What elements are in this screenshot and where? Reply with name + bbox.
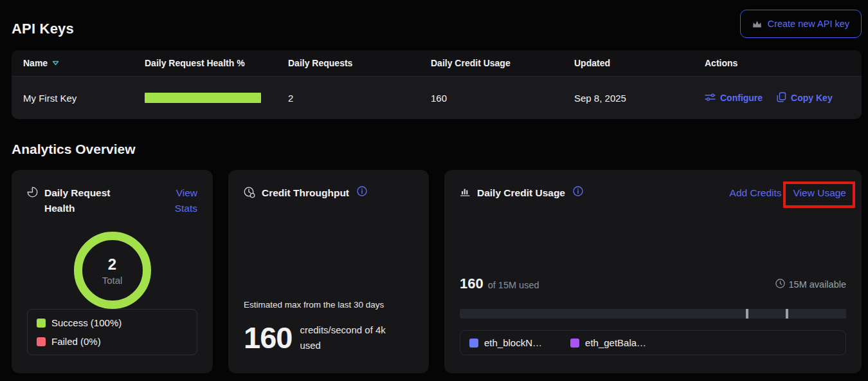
analytics-section-title: Analytics Overview <box>12 142 136 157</box>
table-header-row: Name Daily Request Health % Daily Reques… <box>12 50 862 76</box>
gauge-icon <box>244 187 255 201</box>
donut-total-value: 2 <box>108 256 116 274</box>
eth-getbalance-label: eth_getBala… <box>585 337 646 348</box>
column-name-label: Name <box>23 58 48 68</box>
column-header-updated: Updated <box>574 58 705 68</box>
crown-icon <box>752 20 762 28</box>
credits-used-value: 160 <box>460 275 484 292</box>
donut-total-label: Total <box>102 275 123 286</box>
card-head: Credit Throughput <box>244 185 413 201</box>
table-row: My First Key 2 160 Sep 8, 2025 Configure <box>12 76 862 119</box>
column-header-credit-usage: Daily Credit Usage <box>431 58 574 68</box>
clock-icon <box>775 279 785 290</box>
sort-descending-icon[interactable] <box>52 60 59 66</box>
bar-chart-icon <box>460 187 471 200</box>
card-title: Daily Credit Usage <box>477 185 565 201</box>
credits-available: 15M available <box>775 279 846 290</box>
legend-item-eth-blocknumber: eth_blockN… <box>469 337 542 348</box>
page-title: API Keys <box>12 21 74 37</box>
legend-item-failed: Failed (0%) <box>37 336 188 347</box>
eth-blocknumber-label: eth_blockN… <box>484 337 542 348</box>
daily-requests-cell: 2 <box>288 93 431 104</box>
view-stats-link[interactable]: View Stats <box>156 185 197 216</box>
credit-usage-progress-bar <box>460 309 846 319</box>
daily-request-health-card: Daily Request Health View Stats 2 Total … <box>12 170 213 373</box>
success-swatch <box>37 319 46 328</box>
copy-key-label: Copy Key <box>791 93 833 103</box>
available-label: 15M available <box>789 279 846 290</box>
info-icon[interactable] <box>357 186 367 199</box>
failed-label: Failed (0%) <box>51 336 101 347</box>
card-head: Daily Credit Usage Add Credits View Usag… <box>460 185 846 201</box>
updated-cell: Sep 8, 2025 <box>574 93 705 104</box>
donut-ring: 2 Total <box>74 232 151 309</box>
card-title: Daily Request Health <box>44 185 122 216</box>
column-header-health: Daily Request Health % <box>145 58 288 68</box>
analytics-cards: Daily Request Health View Stats 2 Total … <box>12 170 862 373</box>
progress-tick <box>786 309 788 319</box>
progress-tick <box>746 309 748 319</box>
usage-block: 160 of 15M used 15M available <box>460 275 846 355</box>
card-head: Daily Request Health View Stats <box>27 185 197 216</box>
sliders-icon <box>705 93 716 104</box>
column-header-name[interactable]: Name <box>23 58 145 68</box>
card-title: Credit Throughput <box>262 185 349 201</box>
throughput-body: Estimated max from the last 30 days 160 … <box>244 300 413 355</box>
add-credits-link[interactable]: Add Credits <box>730 185 782 201</box>
usage-legend: eth_blockN… eth_getBala… <box>460 330 846 355</box>
dashboard-page: API Keys Create new API key Name Daily R… <box>0 0 868 381</box>
actions-cell: Configure Copy Key <box>705 92 850 104</box>
throughput-subtitle: Estimated max from the last 30 days <box>244 300 413 310</box>
copy-key-button[interactable]: Copy Key <box>777 92 833 104</box>
key-name-cell: My First Key <box>23 93 145 104</box>
health-legend: Success (100%) Failed (0%) <box>27 309 197 355</box>
eth-getbalance-swatch <box>570 339 579 348</box>
api-keys-table: Name Daily Request Health % Daily Reques… <box>12 50 862 119</box>
credits-used-suffix: of 15M used <box>488 280 539 290</box>
throughput-value: 160 <box>244 320 292 355</box>
column-header-requests: Daily Requests <box>288 58 431 68</box>
daily-credit-usage-cell: 160 <box>431 93 574 104</box>
daily-credit-usage-card: Daily Credit Usage Add Credits View Usag… <box>444 170 862 373</box>
legend-item-eth-getbalance: eth_getBala… <box>570 337 646 348</box>
credit-throughput-card: Credit Throughput Estimated max from the… <box>228 170 429 373</box>
health-bar <box>145 93 261 103</box>
copy-icon <box>777 92 786 104</box>
view-usage-link[interactable]: View Usage <box>793 185 846 201</box>
eth-blocknumber-swatch <box>469 339 478 348</box>
info-icon[interactable] <box>573 186 583 199</box>
health-bar-cell <box>145 93 288 103</box>
create-api-key-button[interactable]: Create new API key <box>740 10 862 38</box>
configure-button[interactable]: Configure <box>705 93 763 104</box>
failed-swatch <box>37 337 46 346</box>
health-donut-chart: 2 Total <box>27 232 197 309</box>
pie-chart-icon <box>27 187 38 200</box>
configure-label: Configure <box>720 93 763 103</box>
throughput-suffix: credits/second of 4k used <box>300 322 396 353</box>
success-label: Success (100%) <box>51 317 122 328</box>
legend-item-success: Success (100%) <box>37 317 188 328</box>
column-header-actions: Actions <box>705 58 850 68</box>
create-api-key-label: Create new API key <box>768 19 849 29</box>
